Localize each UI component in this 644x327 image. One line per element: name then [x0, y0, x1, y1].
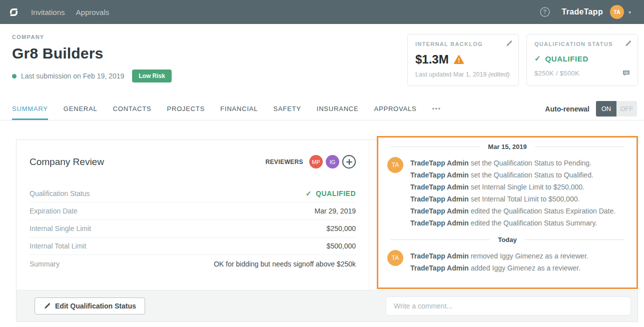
add-reviewer-button[interactable]	[342, 155, 356, 168]
qualification-limits: $250K / $500K	[534, 70, 579, 77]
tab-approvals[interactable]: APPROVALS	[374, 98, 416, 120]
activity-entry: TradeTapp Adminremoved Iggy Gimenez as a…	[410, 250, 588, 262]
review-header: Company Review REVIEWERS MP IG	[30, 155, 356, 168]
backlog-edited-note: (edited)	[488, 71, 509, 78]
review-fields: Qualification Status ✓ QUALIFIED Expirat…	[30, 185, 356, 272]
status-dot-icon	[12, 74, 17, 78]
auto-renewal-toggle: ON OFF	[596, 101, 637, 116]
tab-general[interactable]: GENERAL	[64, 98, 98, 120]
auto-renewal-toggle-off[interactable]: OFF	[616, 101, 637, 116]
stat-cards: INTERNAL BACKLOG $1.3M Last updated Mar …	[407, 34, 638, 86]
risk-badge: Low Risk	[132, 70, 172, 82]
comment-input[interactable]	[386, 296, 631, 316]
activity-group: TA TradeTapp Adminset the Qualification …	[378, 150, 636, 229]
date-divider-label: Today	[498, 236, 516, 244]
more-tabs-ellipsis-icon[interactable]: •••	[432, 98, 441, 120]
divider-line	[525, 240, 624, 240]
activity-entries: TradeTapp Adminset the Qualification Sta…	[410, 157, 615, 229]
account-name: TradeTapp	[562, 8, 603, 16]
edit-backlog-pencil-icon[interactable]	[505, 40, 512, 49]
check-icon: ✓	[534, 54, 541, 63]
tab-insurance[interactable]: INSURANCE	[317, 98, 359, 120]
date-divider: Mar 15, 2019	[378, 143, 636, 150]
last-submission-text: Last submission on Feb 19, 2019	[21, 72, 124, 80]
submission-row: Last submission on Feb 19, 2019 Low Risk	[12, 70, 172, 82]
reviewer-avatar-mp[interactable]: MP	[309, 155, 323, 168]
tab-contacts[interactable]: CONTACTS	[113, 98, 152, 120]
qualification-limits-row: $250K / $500K	[534, 70, 630, 77]
entry-actor: TradeTapp Admin	[410, 264, 469, 272]
top-navbar: Invitations Approvals ? TradeTapp TA ▾	[0, 0, 644, 24]
entry-actor: TradeTapp Admin	[410, 207, 469, 215]
tab-summary[interactable]: SUMMARY	[12, 98, 48, 120]
warning-triangle-icon	[454, 55, 464, 64]
entry-text: added Iggy Gimenez as a reviewer.	[471, 264, 580, 272]
entry-text: edited the Qualification Status Summary.	[471, 219, 597, 227]
backlog-updated-text: Last updated Mar 1, 2019 (edited)	[415, 71, 511, 78]
nav-item-invitations[interactable]: Invitations	[31, 8, 65, 16]
comment-bubble-icon[interactable]	[622, 70, 630, 76]
date-divider: Today	[378, 236, 636, 244]
auto-renewal-toggle-on[interactable]: ON	[596, 101, 616, 116]
field-row-internal-single-limit: Internal Single Limit $250,000	[30, 220, 356, 238]
nav-item-approvals[interactable]: Approvals	[76, 8, 110, 16]
entry-text: set Internal Total Limit to $500,000.	[471, 195, 580, 203]
user-avatar: TA	[610, 5, 624, 19]
field-row-summary: Summary OK for bidding but needs signoff…	[30, 255, 356, 272]
check-icon: ✓	[306, 190, 312, 198]
field-row-expiration-date: Expiration Date Mar 29, 2019	[30, 202, 356, 220]
activity-feed-panel: Mar 15, 2019 TA TradeTapp Adminset the Q…	[377, 136, 638, 289]
tab-projects[interactable]: PROJECTS	[167, 98, 205, 120]
entry-text: removed Iggy Gimenez as a reviewer.	[471, 252, 588, 260]
entry-text: set Internal Single Limit to $250,000.	[471, 183, 584, 191]
date-divider-label: Mar 15, 2019	[488, 143, 526, 150]
tradetapp-logo-icon	[7, 6, 20, 18]
entry-text: set the Qualification Status to Qualifie…	[471, 171, 593, 179]
reviewer-avatar-ig[interactable]: IG	[326, 155, 339, 168]
field-label: Expiration Date	[30, 207, 78, 215]
qualification-status-row: ✓ QUALIFIED	[534, 54, 630, 63]
activity-entry: TradeTapp Adminedited the Qualification …	[410, 217, 615, 229]
company-header-block: COMPANY Gr8 Builders Last submission on …	[12, 34, 172, 86]
company-review-panel: Company Review REVIEWERS MP IG Qualifica…	[17, 140, 369, 290]
entry-actor: TradeTapp Admin	[410, 183, 469, 191]
activity-avatar: TA	[387, 250, 403, 266]
field-label: Internal Single Limit	[30, 224, 91, 232]
backlog-updated-date: Last updated Mar 1, 2019	[415, 71, 486, 78]
help-icon[interactable]: ?	[540, 7, 550, 17]
field-value-status: ✓ QUALIFIED	[306, 190, 356, 198]
activity-entry: TradeTapp Adminset Internal Single Limit…	[410, 181, 615, 193]
field-value: Mar 29, 2019	[315, 207, 356, 215]
qualification-status-value: QUALIFIED	[545, 54, 588, 63]
edit-button-label: Edit Qualification Status	[55, 302, 136, 310]
backlog-value-row: $1.3M	[415, 52, 511, 66]
tab-financial[interactable]: FINANCIAL	[220, 98, 258, 120]
activity-entries: TradeTapp Adminremoved Iggy Gimenez as a…	[410, 250, 588, 274]
entry-actor: TradeTapp Admin	[410, 159, 469, 167]
activity-entry: TradeTapp Adminset the Qualification Sta…	[410, 169, 615, 181]
entry-text: edited the Qualification Status Expirati…	[471, 207, 616, 215]
field-label: Qualification Status	[30, 190, 90, 198]
edit-qualification-status-button[interactable]: Edit Qualification Status	[35, 298, 145, 314]
edit-qualification-pencil-icon[interactable]	[624, 40, 631, 49]
page-header: COMPANY Gr8 Builders Last submission on …	[0, 24, 644, 86]
entry-actor: TradeTapp Admin	[410, 219, 469, 227]
section-title: Company Review	[30, 156, 104, 168]
backlog-value: $1.3M	[415, 52, 449, 66]
page-title: Gr8 Builders	[12, 45, 172, 62]
nav-right-group: ? TradeTapp TA ▾	[540, 5, 631, 19]
field-value: $250,000	[327, 224, 356, 232]
backlog-card-title: INTERNAL BACKLOG	[415, 41, 511, 47]
divider-line	[390, 240, 490, 240]
user-menu[interactable]: TradeTapp TA ▾	[562, 5, 631, 19]
main-content: Company Review REVIEWERS MP IG Qualifica…	[0, 120, 644, 322]
chevron-down-icon: ▾	[628, 10, 631, 15]
company-review-card: Company Review REVIEWERS MP IG Qualifica…	[16, 140, 638, 322]
field-value: OK for bidding but needs signoff above $…	[214, 260, 356, 268]
field-label: Internal Total Limit	[30, 242, 86, 250]
activity-avatar: TA	[387, 157, 403, 173]
field-label: Summary	[30, 260, 60, 268]
activity-entry: TradeTapp Adminadded Iggy Gimenez as a r…	[410, 262, 588, 274]
divider-line	[535, 146, 624, 147]
tab-safety[interactable]: SAFETY	[273, 98, 301, 120]
